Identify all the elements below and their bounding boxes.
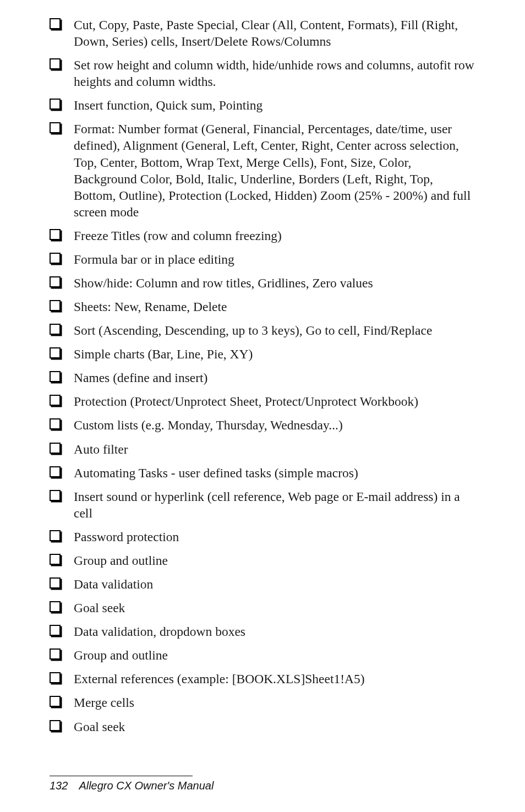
footer-divider: [50, 776, 193, 776]
item-text: Names (define and insert): [74, 370, 207, 385]
item-text: Sort (Ascending, Descending, up to 3 key…: [74, 323, 432, 337]
list-item: Set row height and column width, hide/un…: [50, 57, 475, 90]
list-item: Data validation, dropdown boxes: [50, 623, 475, 640]
item-text: Set row height and column width, hide/un…: [74, 58, 474, 89]
list-item: Protection (Protect/Unprotect Sheet, Pro…: [50, 393, 475, 410]
list-item: Password protection: [50, 528, 475, 545]
footer-text: 132Allegro CX Owner's Manual: [50, 780, 475, 792]
list-item: Show/hide: Column and row titles, Gridli…: [50, 275, 475, 291]
page-container: Cut, Copy, Paste, Paste Special, Clear (…: [0, 0, 525, 812]
item-text: Freeze Titles (row and column freezing): [74, 228, 282, 243]
item-text: Password protection: [74, 530, 179, 544]
checkbox-icon: [50, 324, 61, 335]
list-item: Freeze Titles (row and column freezing): [50, 227, 475, 244]
item-text: Show/hide: Column and row titles, Gridli…: [74, 276, 373, 290]
item-text: Sheets: New, Rename, Delete: [74, 299, 227, 314]
list-item: Format: Number format (General, Financia…: [50, 121, 475, 220]
checkbox-icon: [50, 58, 61, 69]
list-item: Merge cells: [50, 694, 475, 711]
list-item: Goal seek: [50, 600, 475, 616]
checklist: Cut, Copy, Paste, Paste Special, Clear (…: [50, 17, 475, 735]
list-item: Simple charts (Bar, Line, Pie, XY): [50, 346, 475, 362]
item-text: Formula bar or in place editing: [74, 252, 234, 266]
item-text: Data validation: [74, 577, 153, 591]
checkbox-icon: [50, 530, 61, 541]
checkbox-icon: [50, 371, 61, 382]
checkbox-icon: [50, 300, 61, 311]
item-text: Automating Tasks - user defined tasks (s…: [74, 466, 358, 480]
checkbox-icon: [50, 720, 61, 731]
item-text: Insert function, Quick sum, Pointing: [74, 98, 262, 112]
list-item: Sort (Ascending, Descending, up to 3 key…: [50, 322, 475, 339]
list-item: External references (example: [BOOK.XLS]…: [50, 671, 475, 687]
list-item: Auto filter: [50, 441, 475, 457]
item-text: Cut, Copy, Paste, Paste Special, Clear (…: [74, 18, 458, 48]
checkbox-icon: [50, 601, 61, 612]
item-text: Goal seek: [74, 720, 125, 734]
checkbox-icon: [50, 672, 61, 683]
item-text: Protection (Protect/Unprotect Sheet, Pro…: [74, 394, 418, 408]
checkbox-icon: [50, 625, 61, 636]
item-text: Insert sound or hyperlink (cell referenc…: [74, 489, 460, 520]
checkbox-icon: [50, 347, 61, 358]
checkbox-icon: [50, 466, 61, 477]
page-footer: 132Allegro CX Owner's Manual: [50, 776, 475, 792]
checkbox-icon: [50, 253, 61, 264]
checkbox-icon: [50, 229, 61, 240]
item-text: Goal seek: [74, 601, 125, 615]
list-item: Custom lists (e.g. Monday, Thursday, Wed…: [50, 417, 475, 433]
checkbox-icon: [50, 418, 61, 429]
list-item: Cut, Copy, Paste, Paste Special, Clear (…: [50, 17, 475, 50]
checkbox-icon: [50, 443, 61, 454]
checkbox-icon: [50, 554, 61, 565]
list-item: Insert sound or hyperlink (cell referenc…: [50, 488, 475, 521]
item-text: Merge cells: [74, 695, 134, 710]
list-item: Formula bar or in place editing: [50, 251, 475, 268]
item-text: Custom lists (e.g. Monday, Thursday, Wed…: [74, 418, 343, 432]
checkbox-icon: [50, 577, 61, 588]
checkbox-icon: [50, 490, 61, 501]
list-item: Insert function, Quick sum, Pointing: [50, 97, 475, 113]
page-number: 132: [50, 780, 68, 792]
item-text: Simple charts (Bar, Line, Pie, XY): [74, 347, 253, 361]
checkbox-icon: [50, 648, 61, 660]
item-text: Data validation, dropdown boxes: [74, 624, 245, 639]
checkbox-icon: [50, 696, 61, 707]
item-text: External references (example: [BOOK.XLS]…: [74, 672, 365, 686]
list-item: Group and outline: [50, 552, 475, 569]
list-item: Sheets: New, Rename, Delete: [50, 298, 475, 315]
list-item: Automating Tasks - user defined tasks (s…: [50, 465, 475, 481]
checkbox-icon: [50, 99, 61, 110]
checkbox-icon: [50, 395, 61, 406]
checkbox-icon: [50, 276, 61, 287]
checkbox-icon: [50, 122, 61, 133]
item-text: Group and outline: [74, 553, 168, 568]
item-text: Format: Number format (General, Financia…: [74, 122, 471, 219]
list-item: Names (define and insert): [50, 369, 475, 386]
list-item: Group and outline: [50, 647, 475, 663]
checkbox-icon: [50, 18, 61, 29]
list-item: Data validation: [50, 576, 475, 592]
manual-title: Allegro CX Owner's Manual: [79, 780, 214, 792]
list-item: Goal seek: [50, 718, 475, 735]
item-text: Group and outline: [74, 648, 168, 662]
item-text: Auto filter: [74, 442, 128, 456]
